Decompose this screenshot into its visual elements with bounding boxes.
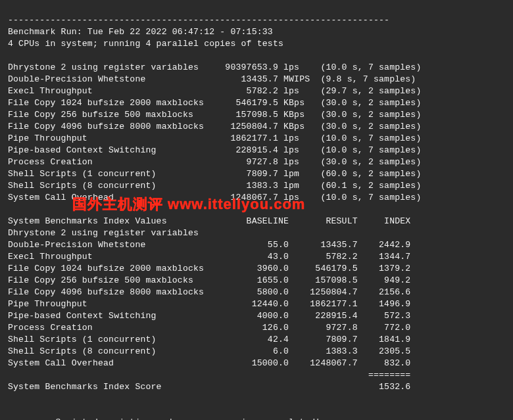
benchmark-index-table: System Benchmarks Index Values BASELINE … (8, 216, 410, 368)
cpu-info-line: 4 CPUs in system; running 4 parallel cop… (8, 39, 283, 49)
terminal-output: ----------------------------------------… (0, 0, 513, 420)
divider-top: ----------------------------------------… (8, 15, 389, 25)
footer-line: ======== Script description and score co… (8, 417, 368, 420)
benchmark-score: ======== System Benchmarks Index Score 1… (8, 370, 410, 392)
benchmark-run-line: Benchmark Run: Tue Feb 22 2022 06:47:12 … (8, 27, 273, 37)
benchmark-results: Dhrystone 2 using register variables 903… (8, 62, 422, 202)
